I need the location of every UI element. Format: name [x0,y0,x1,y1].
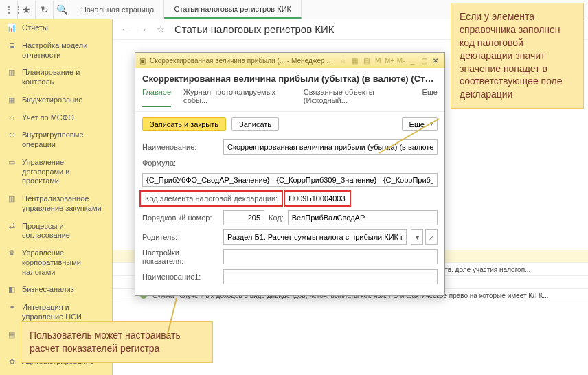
sidebar-item[interactable]: ⇄Процессы и согласование [0,218,112,245]
win-fav-icon[interactable]: ☆ [339,57,348,65]
sidebar-item-label: Настройка модели отчетности [22,41,106,60]
tab-linked[interactable]: Связанные объекты (Исходный... [304,88,410,107]
sidebar-item[interactable]: ▥Планирование и контроль [0,64,112,91]
edit-dialog: ▣ Скорректированная величина прибыли (..… [135,52,445,296]
sidebar-item-label: Бизнес-анализ [22,285,106,295]
sidebar-item-label: Процессы и согласование [22,222,106,241]
parent-open-icon[interactable]: ↗ [425,229,438,245]
sidebar-item[interactable]: ◧Бизнес-анализ [0,281,112,299]
sidebar-icon: ✦ [7,303,16,312]
apps-icon[interactable]: ⋮⋮⋮ [0,1,18,19]
history-icon[interactable]: ↻ [36,1,54,19]
favorite-icon[interactable]: ☆ [154,24,168,34]
settings-field[interactable] [223,249,438,264]
decl-code-field[interactable] [284,191,350,206]
code-field[interactable] [288,210,438,225]
sidebar-icon: ▥ [7,68,16,78]
sidebar-item-label: Интеграция и управление НСИ [22,303,106,322]
order-field[interactable] [223,210,264,225]
sidebar-icon: ▭ [7,158,16,168]
sidebar-icon: ⇄ [7,222,16,231]
sidebar-icon: ▤ [7,330,16,340]
close-icon[interactable]: ✕ [431,57,440,65]
win-m1-icon[interactable]: M [373,57,383,65]
callout-declaration-code: Если у элемента справочника заполнен код… [451,3,584,109]
label-formula: Формула: [142,159,438,167]
label-name1: Наименование1: [142,273,219,281]
tab-main[interactable]: Главное [142,88,171,107]
label-settings: Настройки показателя: [142,249,219,265]
dialog-tabs: Главное Журнал протоколируемых собы... С… [135,88,444,112]
tab-start-page[interactable]: Начальная страница [71,0,164,19]
forward-icon[interactable]: → [136,24,150,34]
sidebar-item[interactable]: ▥Централизованное управление закупками [0,190,112,218]
search-icon[interactable]: 🔍 [54,1,71,19]
tab-tax-registers[interactable]: Статьи налоговых регистров КИК [164,0,302,19]
star-icon[interactable]: ★ [18,1,36,19]
sidebar-icon: ▥ [7,194,16,204]
sidebar-item[interactable]: ≣Настройка модели отчетности [0,37,112,65]
sidebar-item-label: Учет по МСФО [22,113,106,123]
sidebar-item[interactable]: ▭Управление договорами и проектами [0,154,112,190]
parent-field[interactable] [223,229,407,245]
save-close-button[interactable]: Записать и закрыть [142,117,226,131]
win-m2-icon[interactable]: M+ [385,57,394,65]
win-max-icon[interactable]: ▢ [419,57,429,65]
sidebar-item-label: Управление корпоративными налогами [22,249,106,277]
sidebar-icon: ≣ [7,41,16,51]
tab-more[interactable]: Еще [422,88,438,107]
win-min-icon[interactable]: _ [407,57,417,65]
sidebar-item-label: Централизованное управление закупками [22,194,106,214]
callout-user-settings: Пользователь может настраивать расчет по… [21,321,213,363]
window-title: Скорректированная величина прибыли (... … [150,57,335,65]
label-order: Порядковый номер: [142,214,219,222]
sidebar-icon: 📊 [7,23,16,33]
parent-dropdown-icon[interactable]: ▾ [411,229,423,245]
dialog-header: Скорректированная величина прибыли (убыт… [135,68,444,88]
sidebar-item-label: Планирование и контроль [22,68,106,87]
sidebar-item[interactable]: ⌂Учет по МСФО [0,109,112,127]
save-button[interactable]: Записать [231,117,279,131]
sidebar-icon: ▦ [7,95,16,105]
win-tools-icon[interactable]: ▦ [350,57,360,65]
name1-field[interactable] [223,269,438,284]
win-m3-icon[interactable]: M- [396,57,406,65]
win-calc-icon[interactable]: ▤ [361,57,371,65]
formula-field[interactable] [142,173,438,187]
sidebar-item-label: Внутригрупповые операции [22,130,106,150]
sidebar-item[interactable]: 📊Отчеты [0,19,112,37]
page-title: Статьи налоговых регистров КИК [174,23,335,35]
label-decl-code: Код элемента налоговой декларации: [142,193,280,204]
sidebar-icon: ♛ [7,249,16,258]
sidebar-icon: ✿ [7,357,16,367]
label-name: Наименование: [142,143,219,151]
sidebar-item[interactable]: ♛Управление корпоративными налогами [0,245,112,281]
sidebar-icon: ⊕ [7,130,16,140]
tab-log[interactable]: Журнал протоколируемых собы... [183,88,291,107]
name-field[interactable] [223,139,438,155]
back-icon[interactable]: ← [118,24,132,34]
app-icon: ▣ [139,57,146,65]
sidebar-item[interactable]: ⊕Внутригрупповые операции [0,126,112,154]
sidebar-item-label: Отчеты [22,23,106,33]
sidebar-item[interactable]: ▦Бюджетирование [0,91,112,109]
sidebar-item-label: Бюджетирование [22,95,106,105]
sidebar-icon: ◧ [7,285,16,295]
dialog-titlebar[interactable]: ▣ Скорректированная величина прибыли (..… [135,53,444,68]
label-code: Код: [269,214,284,222]
label-parent: Родитель: [142,233,219,241]
sidebar-item-label: Управление договорами и проектами [22,158,106,186]
sidebar-icon: ⌂ [7,113,16,123]
